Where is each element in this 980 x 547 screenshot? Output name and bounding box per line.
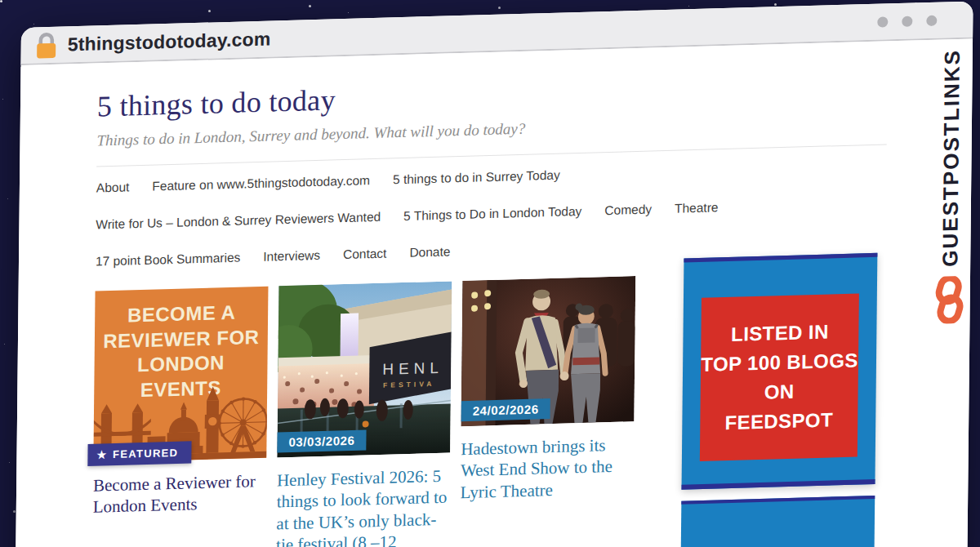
partial-banner[interactable] — [681, 496, 875, 547]
nav-link-theatre[interactable]: Theatre — [675, 200, 719, 216]
window-controls[interactable] — [877, 15, 937, 27]
feedspot-banner[interactable]: LISTED IN TOP 100 BLOGS ON FEEDSPOT — [682, 253, 878, 490]
lock-icon — [34, 29, 59, 61]
post-date-badge: 03/03/2026 — [277, 429, 366, 452]
browser-window: 5thingstodotoday.com GUESTPOSTLINKS 5 th… — [16, 1, 973, 547]
post-title[interactable]: Henley Festival 2026: 5 things to look f… — [276, 465, 450, 547]
feedspot-line: FEEDSPOT — [724, 405, 833, 438]
nav-link-comedy[interactable]: Comedy — [604, 202, 652, 219]
post-card-featured: BECOME A REVIEWER FOR LONDON EVENTS — [92, 287, 268, 547]
nav-row: Write for Us – London & Surrey Reviewers… — [96, 195, 888, 232]
nav-link-about[interactable]: About — [96, 180, 130, 195]
featured-badge-label: FEATURED — [113, 447, 178, 460]
main-nav: About Feature on www.5thingstodotoday.co… — [96, 158, 889, 269]
window-dot[interactable] — [926, 15, 937, 25]
feedspot-line: TOP 100 BLOGS — [701, 346, 858, 380]
post-date-badge: 24/02/2026 — [461, 398, 550, 421]
henley-banner-line2: FESTIVA — [383, 380, 434, 389]
nav-link-contact[interactable]: Contact — [343, 247, 387, 263]
page-content: GUESTPOSTLINKS 5 things to do today Thin… — [16, 40, 973, 547]
post-thumbnail[interactable]: HENL FESTIVA — [277, 281, 452, 457]
guestpostlinks-label: GUESTPOSTLINKS — [938, 49, 965, 267]
post-thumbnail[interactable]: 24/02/2026 — [461, 276, 636, 426]
window-dot[interactable] — [902, 16, 912, 26]
post-thumbnail[interactable]: BECOME A REVIEWER FOR LONDON EVENTS — [93, 287, 268, 463]
chain-link-icon — [932, 276, 967, 324]
guestpostlinks-watermark: GUESTPOSTLINKS — [930, 49, 971, 325]
nav-link-write-for-us[interactable]: Write for Us – London & Surrey Reviewers… — [96, 210, 381, 233]
post-title[interactable]: Hadestown brings its West End Show to th… — [461, 434, 635, 503]
feedspot-banner-text: LISTED IN TOP 100 BLOGS ON FEEDSPOT — [700, 293, 859, 461]
sidebar: LISTED IN TOP 100 BLOGS ON FEEDSPOT — [681, 253, 878, 547]
nav-link-book-summaries[interactable]: 17 point Book Summaries — [96, 251, 241, 269]
feedspot-line: ON — [764, 377, 795, 407]
featured-badge: ★ FEATURED — [87, 441, 191, 466]
post-list: BECOME A REVIEWER FOR LONDON EVENTS — [92, 276, 635, 547]
post-card-henley: HENL FESTIVA — [276, 281, 452, 547]
nav-link-surrey-today[interactable]: 5 things to do in Surrey Today — [393, 168, 560, 188]
nav-link-london-today[interactable]: 5 Things to Do in London Today — [403, 204, 581, 224]
star-icon: ★ — [96, 448, 106, 460]
nav-link-feature[interactable]: Feature on www.5thingstodotoday.com — [152, 173, 370, 193]
post-title[interactable]: Become a Reviewer for London Events — [93, 470, 266, 518]
post-card-hadestown: 24/02/2026 Hadestown brings its West End… — [460, 276, 635, 547]
feedspot-line: LISTED IN — [731, 318, 829, 349]
henley-banner-line1: HENL — [382, 359, 443, 378]
nav-link-donate[interactable]: Donate — [409, 244, 450, 260]
window-dot[interactable] — [877, 16, 888, 27]
url-text: 5thingstodotoday.com — [68, 28, 271, 56]
nav-link-interviews[interactable]: Interviews — [263, 248, 320, 265]
nav-row: About Feature on www.5thingstodotoday.co… — [96, 158, 889, 195]
